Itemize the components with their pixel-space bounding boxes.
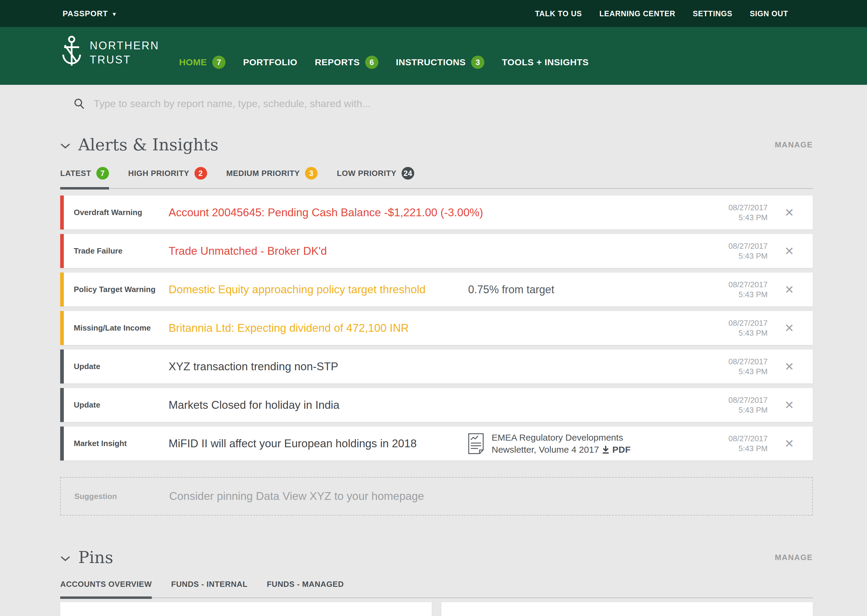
alert-timestamp: 08/27/2017 5:43 PM	[728, 357, 768, 377]
chevron-down-icon[interactable]	[60, 556, 71, 561]
search-icon	[73, 97, 85, 110]
pin-card-left	[60, 602, 432, 616]
alert-timestamp: 08/27/2017 5:43 PM	[728, 434, 768, 454]
tab-funds-internal[interactable]: FUNDS - INTERNAL	[171, 580, 247, 597]
alert-list: Overdraft Warning Account 20045645: Pend…	[60, 195, 813, 515]
northern-trust-logo[interactable]: NORTHERN TRUST	[61, 34, 159, 71]
search-input[interactable]	[94, 98, 813, 110]
settings-link[interactable]: SETTINGS	[693, 9, 732, 18]
home-count-badge: 7	[212, 56, 225, 69]
low-priority-count-badge: 24	[402, 167, 414, 179]
alert-message-link[interactable]: MiFID II will affect your European holdi…	[169, 437, 417, 450]
alert-type-label: Missing/Late Income	[74, 323, 169, 333]
severity-bar	[60, 272, 64, 306]
alerts-section-title: Alerts & Insights	[78, 135, 219, 154]
close-icon[interactable]: ✕	[782, 245, 796, 258]
severity-bar	[60, 311, 64, 345]
alert-message-link[interactable]: Britannia Ltd: Expecting dividend of 472…	[169, 322, 409, 335]
alert-row-trade-failure[interactable]: Trade Failure Trade Unmatched - Broker D…	[60, 234, 813, 268]
latest-count-badge: 7	[96, 167, 109, 179]
attachment-text: EMEA Regulatory Developments Newsletter,…	[492, 432, 631, 456]
search-bar	[73, 97, 813, 110]
close-icon[interactable]: ✕	[782, 399, 796, 412]
alert-secondary-text: 0.75% from target	[468, 283, 554, 296]
severity-bar	[60, 388, 64, 422]
main-nav: HOME 7 PORTFOLIO REPORTS 6 INSTRUCTIONS …	[179, 27, 589, 85]
alert-timestamp: 08/27/2017 5:43 PM	[728, 203, 768, 223]
pin-card-right	[441, 602, 813, 616]
document-icon	[468, 433, 484, 454]
alert-row-update-2[interactable]: Update Markets Closed for holiday in Ind…	[60, 388, 813, 422]
logo-wordmark: NORTHERN TRUST	[90, 39, 159, 67]
nav-portfolio[interactable]: PORTFOLIO	[243, 57, 297, 68]
close-icon[interactable]: ✕	[782, 322, 796, 335]
alert-row-missing-income[interactable]: Missing/Late Income Britannia Ltd: Expec…	[60, 311, 813, 345]
tab-low-priority[interactable]: LOW PRIORITY 24	[337, 167, 414, 188]
passport-menu[interactable]: PASSPORT ▾	[63, 9, 116, 18]
severity-bar	[60, 195, 64, 229]
sign-out-link[interactable]: SIGN OUT	[750, 9, 788, 18]
alert-row-overdraft[interactable]: Overdraft Warning Account 20045645: Pend…	[60, 195, 813, 229]
alerts-tabs: LATEST 7 HIGH PRIORITY 2 MEDIUM PRIORITY…	[60, 167, 813, 189]
alert-row-market-insight[interactable]: Market Insight MiFID II will affect your…	[60, 426, 813, 460]
alert-row-update-1[interactable]: Update XYZ transaction trending non-STP …	[60, 349, 813, 383]
suggestion-type-label: Suggestion	[74, 492, 169, 501]
suggestion-row[interactable]: Suggestion Consider pinning Data View XY…	[60, 477, 813, 515]
alerts-section-header: Alerts & Insights MANAGE	[60, 135, 813, 154]
main-header: NORTHERN TRUST HOME 7 PORTFOLIO REPORTS …	[0, 27, 867, 85]
nav-home[interactable]: HOME 7	[179, 56, 225, 69]
alert-timestamp: 08/27/2017 5:43 PM	[728, 395, 768, 415]
page-content: Alerts & Insights MANAGE LATEST 7 HIGH P…	[60, 135, 813, 616]
alert-type-label: Policy Target Warning	[74, 285, 169, 294]
chevron-down-icon[interactable]	[60, 143, 71, 149]
pins-section-title: Pins	[78, 548, 113, 567]
alert-timestamp: 08/27/2017 5:43 PM	[728, 318, 768, 338]
close-icon[interactable]: ✕	[782, 360, 796, 373]
caret-down-icon: ▾	[113, 11, 116, 17]
tab-accounts-overview[interactable]: ACCOUNTS OVERVIEW	[60, 580, 152, 597]
alert-type-label: Update	[74, 400, 169, 410]
close-icon[interactable]: ✕	[782, 437, 796, 450]
alert-type-label: Overdraft Warning	[74, 208, 169, 217]
alert-message-link[interactable]: Markets Closed for holiday in India	[169, 399, 340, 412]
top-links: TALK TO US LEARNING CENTER SETTINGS SIGN…	[535, 9, 788, 18]
alert-row-policy-target[interactable]: Policy Target Warning Domestic Equity ap…	[60, 272, 813, 306]
severity-bar	[60, 234, 64, 268]
alerts-manage-link[interactable]: MANAGE	[775, 140, 813, 149]
alert-timestamp: 08/27/2017 5:43 PM	[728, 241, 768, 261]
tab-latest[interactable]: LATEST 7	[60, 167, 109, 188]
pins-tabs: ACCOUNTS OVERVIEW FUNDS - INTERNAL FUNDS…	[60, 580, 813, 598]
tab-funds-managed[interactable]: FUNDS - MANAGED	[267, 580, 344, 597]
download-icon	[602, 445, 609, 454]
top-utility-bar: PASSPORT ▾ TALK TO US LEARNING CENTER SE…	[0, 0, 867, 27]
alert-message-link[interactable]: Domestic Equity approaching policy targe…	[169, 283, 426, 296]
learning-center-link[interactable]: LEARNING CENTER	[599, 9, 675, 18]
alert-message-link[interactable]: XYZ transaction trending non-STP	[169, 360, 338, 373]
tab-medium-priority[interactable]: MEDIUM PRIORITY 3	[226, 167, 318, 188]
pins-cards	[60, 602, 813, 616]
pins-section-header: Pins MANAGE	[60, 548, 813, 567]
severity-bar	[60, 426, 64, 460]
medium-priority-count-badge: 3	[305, 167, 318, 179]
alert-type-label: Update	[74, 362, 169, 371]
alert-timestamp: 08/27/2017 5:43 PM	[728, 280, 768, 300]
passport-label: PASSPORT	[63, 9, 108, 18]
nav-instructions[interactable]: INSTRUCTIONS 3	[396, 56, 484, 69]
anchor-logo-icon	[61, 34, 82, 71]
alert-message-link[interactable]: Trade Unmatched - Broker DK'd	[169, 245, 327, 258]
close-icon[interactable]: ✕	[782, 206, 796, 219]
close-icon[interactable]: ✕	[782, 283, 796, 296]
nav-reports[interactable]: REPORTS 6	[315, 56, 378, 69]
tab-high-priority[interactable]: HIGH PRIORITY 2	[128, 167, 207, 188]
newsletter-attachment[interactable]: EMEA Regulatory Developments Newsletter,…	[468, 432, 631, 456]
high-priority-count-badge: 2	[194, 167, 207, 179]
nav-tools-insights[interactable]: TOOLS + INSIGHTS	[502, 57, 588, 68]
reports-count-badge: 6	[365, 56, 378, 69]
alert-type-label: Market Insight	[74, 439, 169, 448]
talk-to-us-link[interactable]: TALK TO US	[535, 9, 582, 18]
pins-manage-link[interactable]: MANAGE	[775, 553, 813, 562]
alert-type-label: Trade Failure	[74, 246, 169, 256]
alert-message-link[interactable]: Account 20045645: Pending Cash Balance -…	[169, 206, 483, 219]
suggestion-message[interactable]: Consider pinning Data View XYZ to your h…	[169, 490, 424, 503]
pdf-download-link[interactable]: PDF	[612, 444, 631, 456]
